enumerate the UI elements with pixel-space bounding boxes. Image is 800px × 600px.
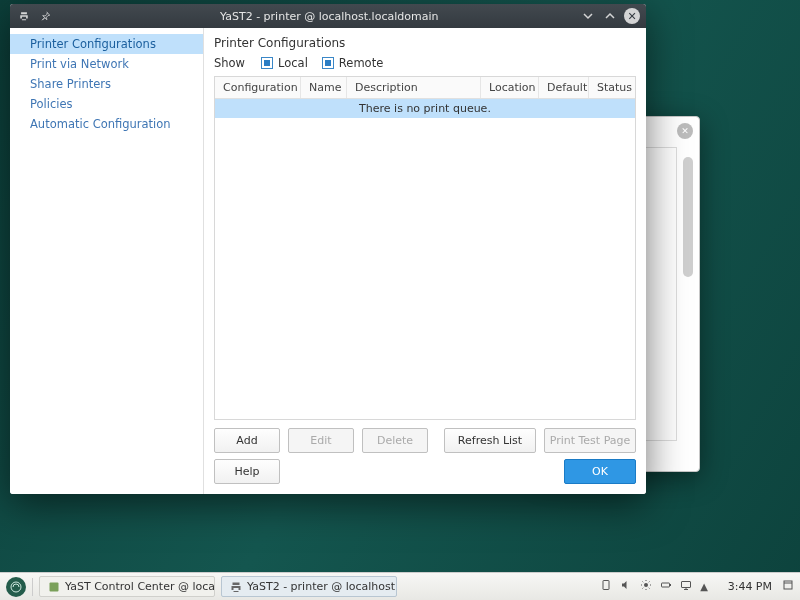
table-header: Configuration Name Description Location …: [215, 77, 635, 99]
col-location[interactable]: Location: [481, 77, 539, 98]
checkbox-label: Local: [278, 56, 308, 70]
clock[interactable]: 3:44 PM: [716, 580, 772, 593]
show-label: Show: [214, 56, 245, 70]
sidebar-item-label: Automatic Configuration: [30, 117, 171, 131]
svg-rect-7: [784, 581, 792, 589]
checkbox-box-icon: [322, 57, 334, 69]
empty-queue-message: There is no print queue.: [215, 99, 635, 118]
ok-button[interactable]: OK: [564, 459, 636, 484]
window-content: Printer Configurations Print via Network…: [10, 28, 646, 494]
taskbar: YaST Control Center @ localhost.lo... Ya…: [0, 572, 800, 600]
edit-button[interactable]: Edit: [288, 428, 354, 453]
sidebar-item-printer-configurations[interactable]: Printer Configurations: [10, 34, 203, 54]
panel-heading: Printer Configurations: [214, 36, 636, 50]
task-label: YaST Control Center @ localhost.lo...: [65, 580, 215, 593]
col-configuration[interactable]: Configuration: [215, 77, 301, 98]
sidebar-item-automatic-configuration[interactable]: Automatic Configuration: [10, 114, 203, 134]
task-yast-control-center[interactable]: YaST Control Center @ localhost.lo...: [39, 576, 215, 597]
svg-rect-6: [682, 582, 691, 588]
svg-rect-5: [670, 584, 671, 586]
help-button[interactable]: Help: [214, 459, 280, 484]
col-status[interactable]: Status: [589, 77, 635, 98]
printer-icon: [16, 8, 32, 24]
col-description[interactable]: Description: [347, 77, 481, 98]
sidebar-item-share-printers[interactable]: Share Printers: [10, 74, 203, 94]
svg-rect-1: [50, 582, 59, 591]
task-yast-printer[interactable]: YaST2 - printer @ localhost.localdo...: [221, 576, 397, 597]
close-button[interactable]: ✕: [624, 8, 640, 24]
table-body: [215, 118, 635, 419]
checkbox-local[interactable]: Local: [261, 56, 308, 70]
start-menu-button[interactable]: [6, 577, 26, 597]
svg-point-3: [644, 583, 648, 587]
pin-icon[interactable]: [38, 8, 54, 24]
printer-table: Configuration Name Description Location …: [214, 76, 636, 420]
titlebar[interactable]: YaST2 - printer @ localhost.localdomain …: [10, 4, 646, 28]
maximize-button[interactable]: [602, 8, 618, 24]
taskbar-divider: [32, 578, 33, 596]
sidebar-item-label: Print via Network: [30, 57, 129, 71]
sidebar-item-label: Policies: [30, 97, 73, 111]
brightness-icon[interactable]: [640, 579, 652, 594]
task-label: YaST2 - printer @ localhost.localdo...: [247, 580, 397, 593]
network-icon[interactable]: [680, 579, 692, 594]
clipboard-icon[interactable]: [600, 579, 612, 594]
svg-rect-2: [603, 581, 609, 590]
svg-rect-4: [662, 583, 670, 587]
app-icon: [48, 581, 60, 593]
checkbox-label: Remote: [339, 56, 383, 70]
checkbox-box-icon: [261, 57, 273, 69]
battery-icon[interactable]: [660, 579, 672, 594]
sidebar: Printer Configurations Print via Network…: [10, 28, 204, 494]
checkbox-remote[interactable]: Remote: [322, 56, 383, 70]
close-icon[interactable]: ✕: [677, 123, 693, 139]
delete-button[interactable]: Delete: [362, 428, 428, 453]
dialog-row: Help OK: [214, 459, 636, 484]
yast-printer-window: YaST2 - printer @ localhost.localdomain …: [10, 4, 646, 494]
col-name[interactable]: Name: [301, 77, 347, 98]
window-title: YaST2 - printer @ localhost.localdomain: [60, 10, 574, 23]
sidebar-item-label: Share Printers: [30, 77, 111, 91]
scrollbar-thumb[interactable]: [683, 157, 693, 277]
volume-icon[interactable]: [620, 579, 632, 594]
filter-row: Show Local Remote: [214, 56, 636, 70]
system-tray: ▲ 3:44 PM: [600, 579, 794, 594]
show-desktop-button[interactable]: [782, 579, 794, 594]
printer-icon: [230, 581, 242, 593]
sidebar-item-label: Printer Configurations: [30, 37, 156, 51]
print-test-button[interactable]: Print Test Page: [544, 428, 636, 453]
minimize-button[interactable]: [580, 8, 596, 24]
action-row: Add Edit Delete Refresh List Print Test …: [214, 428, 636, 453]
tray-expander-icon[interactable]: ▲: [700, 581, 708, 592]
main-panel: Printer Configurations Show Local Remote…: [204, 28, 646, 494]
sidebar-item-policies[interactable]: Policies: [10, 94, 203, 114]
sidebar-item-print-via-network[interactable]: Print via Network: [10, 54, 203, 74]
refresh-button[interactable]: Refresh List: [444, 428, 536, 453]
col-default[interactable]: Default: [539, 77, 589, 98]
add-button[interactable]: Add: [214, 428, 280, 453]
